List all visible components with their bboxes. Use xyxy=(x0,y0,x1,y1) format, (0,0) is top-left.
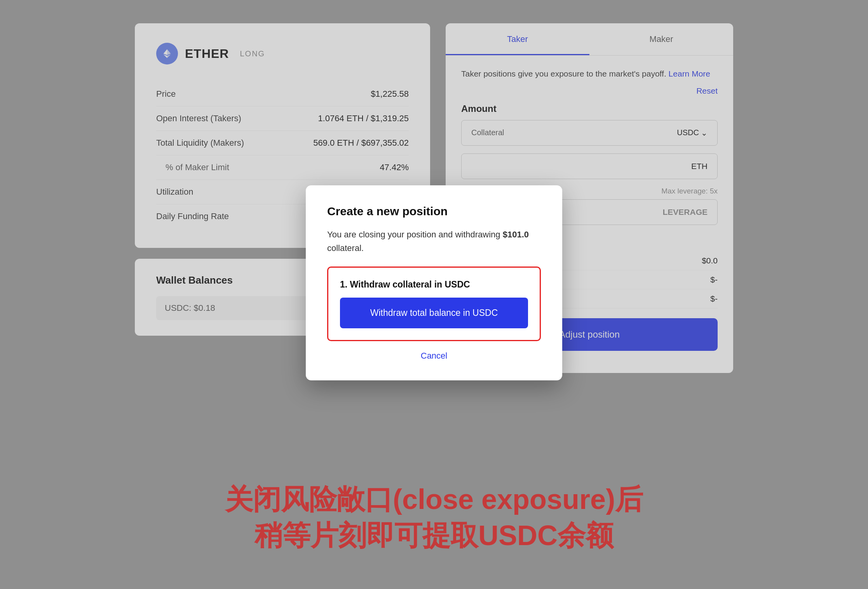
modal-description: You are closing your position and withdr… xyxy=(327,228,541,255)
modal-cancel-link[interactable]: Cancel xyxy=(327,351,541,361)
withdraw-button[interactable]: Withdraw total balance in USDC xyxy=(340,298,528,328)
modal-dialog: Create a new position You are closing yo… xyxy=(306,185,562,380)
modal-title: Create a new position xyxy=(327,205,541,218)
modal-overlay: Create a new position You are closing yo… xyxy=(0,0,868,589)
modal-step-title: 1. Withdraw collateral in USDC xyxy=(340,279,528,290)
modal-step-box: 1. Withdraw collateral in USDC Withdraw … xyxy=(327,267,541,341)
